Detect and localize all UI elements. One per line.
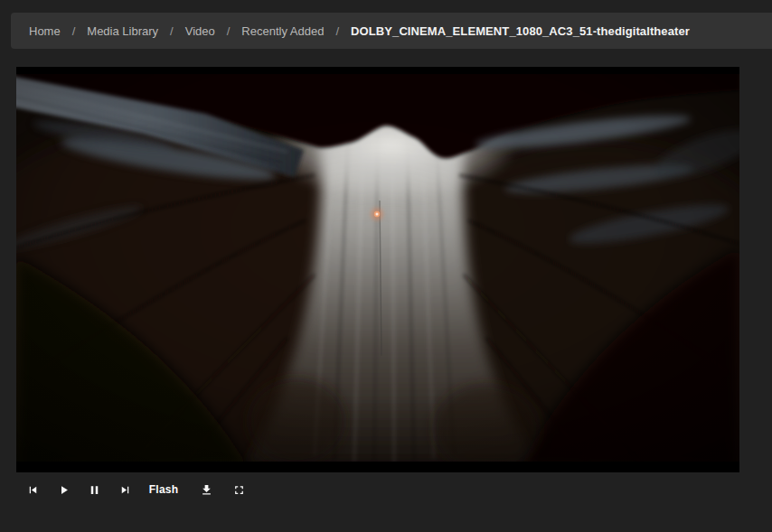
play-icon <box>57 483 71 497</box>
breadcrumb-separator: / <box>335 24 339 38</box>
skip-previous-button[interactable] <box>17 473 48 506</box>
fullscreen-button[interactable] <box>223 473 254 506</box>
download-button[interactable] <box>191 473 221 506</box>
breadcrumb-separator: / <box>170 24 174 38</box>
fullscreen-icon <box>232 483 246 497</box>
breadcrumb-item-video[interactable]: Video <box>185 24 215 38</box>
skip-next-icon <box>118 483 132 497</box>
pause-icon <box>88 483 101 497</box>
video-frame[interactable] <box>16 67 739 472</box>
breadcrumb-separator: / <box>72 24 76 38</box>
pause-button[interactable] <box>79 473 109 506</box>
play-button[interactable] <box>48 473 79 506</box>
breadcrumb-current: DOLBY_CINEMA_ELEMENT_1080_AC3_51-thedigi… <box>351 24 690 38</box>
skip-next-button[interactable] <box>109 473 140 506</box>
breadcrumb: Home / Media Library / Video / Recently … <box>11 13 772 49</box>
breadcrumb-item-recently-added[interactable]: Recently Added <box>241 24 324 38</box>
skip-previous-icon <box>26 483 40 497</box>
player-controls: Flash <box>16 473 254 506</box>
download-icon <box>200 483 213 497</box>
breadcrumb-item-media-library[interactable]: Media Library <box>87 24 158 38</box>
video-scene <box>16 67 739 472</box>
breadcrumb-separator: / <box>227 24 231 38</box>
breadcrumb-item-home[interactable]: Home <box>29 24 61 38</box>
flash-button[interactable]: Flash <box>140 473 187 506</box>
